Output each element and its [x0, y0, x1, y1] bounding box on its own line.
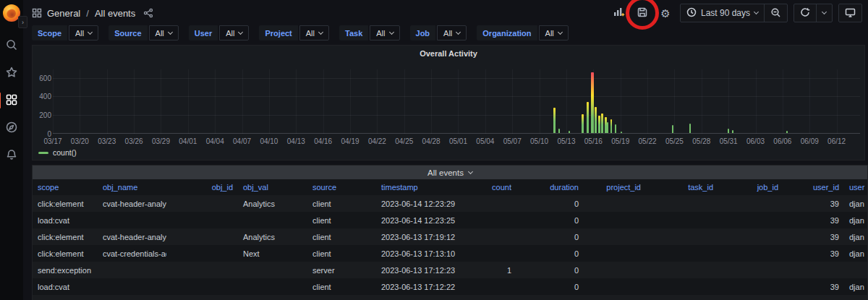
table-cell: client: [307, 249, 376, 258]
chart-bar[interactable]: [569, 131, 570, 133]
chart-bar[interactable]: [558, 129, 560, 133]
column-header-user_id[interactable]: user_id: [783, 183, 844, 192]
table-cell: 39: [783, 249, 844, 258]
chart-bar[interactable]: [591, 72, 594, 133]
filter-label[interactable]: Project: [259, 25, 297, 40]
table-panel-title[interactable]: All events: [33, 166, 867, 179]
sidebar-item-search[interactable]: [1, 35, 22, 56]
column-header-duration[interactable]: duration: [516, 183, 584, 192]
column-header-timestamp[interactable]: timestamp: [376, 183, 474, 192]
x-axis-tick-label: 04/04: [206, 137, 224, 145]
save-dashboard-button[interactable]: [634, 4, 651, 22]
chart-bar[interactable]: [621, 132, 622, 133]
sidebar-item-alerting[interactable]: [1, 145, 22, 166]
sidebar-item-explore[interactable]: [1, 118, 22, 138]
chart-bar[interactable]: [553, 108, 556, 133]
table-row[interactable]: load:cvatclient2023-06-14 12:23:25039dja…: [33, 212, 867, 228]
sidebar: [0, 0, 23, 300]
gridline-vertical: [512, 69, 513, 134]
legend-series-swatch: [38, 152, 48, 154]
filter-label[interactable]: Organization: [477, 25, 537, 40]
column-header-obj_id[interactable]: obj_id: [166, 183, 238, 192]
table-title-text: All events: [427, 168, 464, 177]
chart-bar[interactable]: [605, 117, 607, 133]
chart-bar[interactable]: [595, 107, 597, 133]
sidebar-item-dashboards[interactable]: [1, 90, 22, 111]
chart-title[interactable]: Overall Activity: [33, 49, 864, 58]
filter-value-dropdown[interactable]: All: [69, 25, 98, 40]
time-picker-button[interactable]: Last 90 days: [681, 4, 764, 22]
column-header-task_id[interactable]: task_id: [646, 183, 718, 192]
table-row[interactable]: click:elementcvat-header-analyti…Analyti…: [33, 195, 867, 212]
table-cell: 39: [783, 200, 844, 208]
search-icon: [5, 38, 18, 53]
table-cell: djan: [844, 216, 868, 225]
x-axis-tick-label: 03/29: [152, 137, 170, 145]
chart-bar[interactable]: [607, 122, 608, 133]
gridline-vertical: [161, 69, 161, 134]
filter-value-dropdown[interactable]: All: [437, 25, 467, 40]
breadcrumb-separator: /: [86, 8, 89, 19]
filter-label[interactable]: Task: [339, 25, 368, 40]
refresh-interval-dropdown[interactable]: [817, 4, 832, 22]
column-header-count[interactable]: count: [474, 183, 516, 192]
column-header-scope[interactable]: scope: [33, 183, 98, 192]
column-header-user[interactable]: user: [844, 183, 868, 192]
table-row[interactable]: load:cvatclient2023-06-13 17:12:22039dja…: [33, 278, 867, 295]
chevron-down-icon: [754, 9, 759, 14]
gridline-vertical: [728, 69, 729, 134]
column-header-obj_val[interactable]: obj_val: [238, 183, 307, 192]
chart-legend[interactable]: count(): [38, 148, 77, 157]
chart-bar[interactable]: [672, 125, 673, 133]
sidebar-expand-chevron[interactable]: ›: [18, 16, 27, 28]
dashboard-settings-button[interactable]: ⚙: [657, 4, 674, 22]
table-cell: djan: [844, 249, 868, 258]
table-cell: Next: [238, 249, 307, 258]
column-header-obj_name[interactable]: obj_name: [98, 183, 166, 192]
table-cell: 1: [474, 266, 516, 275]
column-header-source[interactable]: source: [307, 183, 376, 192]
filter-value-dropdown[interactable]: All: [149, 25, 179, 40]
chart-plot-area[interactable]: [53, 69, 860, 134]
chart-bar[interactable]: [689, 124, 691, 133]
chart-bar[interactable]: [601, 113, 603, 133]
time-zoom-out-button[interactable]: [765, 4, 787, 22]
table-row[interactable]: click:elementcvat-header-analyti…Analyti…: [33, 228, 867, 245]
x-axis-tick-label: 04/28: [422, 137, 441, 145]
clock-icon: [686, 7, 697, 19]
filter-label[interactable]: User: [189, 25, 218, 40]
save-icon: [637, 7, 648, 20]
chart-bar[interactable]: [587, 102, 589, 133]
filter-value-dropdown[interactable]: All: [539, 25, 569, 40]
filter-label[interactable]: Job: [410, 25, 436, 40]
table-row[interactable]: click:elementcvat-credentials-act…Nextcl…: [33, 245, 867, 262]
chart-bar[interactable]: [610, 119, 612, 133]
add-panel-button[interactable]: [610, 4, 628, 22]
chart-bar[interactable]: [728, 129, 729, 133]
breadcrumb-folder[interactable]: General: [47, 8, 80, 19]
chart-bar[interactable]: [582, 114, 584, 133]
filter-label[interactable]: Source: [109, 25, 147, 40]
cycle-view-button[interactable]: [839, 4, 861, 22]
filter-label[interactable]: Scope: [32, 25, 67, 40]
chart-bar[interactable]: [786, 131, 788, 133]
x-axis-tick-label: 05/16: [584, 137, 603, 145]
table-row[interactable]: click:elementcvat-header-analyti…Analyti…: [33, 295, 867, 300]
refresh-button[interactable]: [794, 4, 816, 22]
filter-value-dropdown[interactable]: All: [370, 25, 399, 40]
chart-bar[interactable]: [615, 124, 616, 133]
column-header-project_id[interactable]: project_id: [584, 183, 646, 192]
share-alt-icon[interactable]: [143, 8, 153, 18]
gridline-vertical: [188, 69, 189, 134]
table-cell: 2023-06-14 12:23:25: [376, 216, 474, 225]
breadcrumb[interactable]: General / All events: [32, 8, 153, 19]
x-axis-tick-label: 05/10: [530, 137, 548, 145]
sidebar-item-starred[interactable]: [1, 63, 22, 83]
filter-value-dropdown[interactable]: All: [219, 25, 249, 40]
filter-value-dropdown[interactable]: All: [299, 25, 329, 40]
table-cell: cvat-credentials-act…: [98, 249, 166, 258]
chart-bar[interactable]: [598, 116, 600, 133]
table-row[interactable]: send:exceptionserver2023-06-13 17:12:231…: [33, 262, 867, 278]
gridline-vertical: [837, 69, 838, 134]
column-header-job_id[interactable]: job_id: [718, 183, 783, 192]
